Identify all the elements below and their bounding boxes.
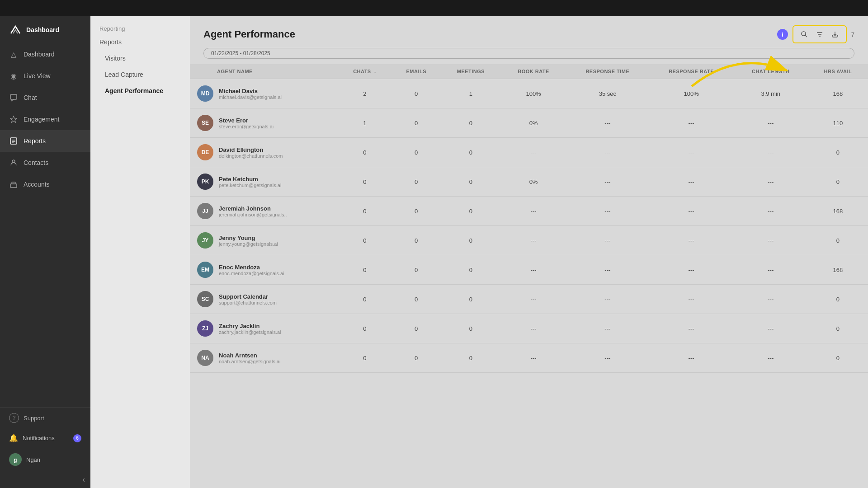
contacts-icon	[9, 158, 18, 167]
hrs-avail-cell: 110	[808, 108, 868, 138]
response-rate-cell: ---	[649, 255, 733, 285]
response-rate-cell: ---	[649, 138, 733, 167]
col-agent: AGENT NAME	[190, 64, 338, 79]
emails-cell: 0	[392, 285, 441, 314]
sidebar-label-chat: Chat	[24, 94, 37, 101]
col-response-rate: RESPONSE RATE	[649, 64, 733, 79]
sidebar-item-contacts[interactable]: Contacts	[0, 152, 90, 174]
emails-cell: 0	[392, 255, 441, 285]
info-icon[interactable]: i	[777, 29, 788, 40]
table-row: PK Pete Ketchum pete.ketchum@getsignals.…	[190, 167, 868, 197]
hrs-avail-cell: 0	[808, 167, 868, 197]
svg-rect-7	[12, 182, 15, 184]
sidebar-item-support[interactable]: ? Support	[0, 408, 90, 428]
sidebar-item-user[interactable]: g Ngan	[0, 448, 90, 471]
agent-email: michael.davis@getsignals.ai	[219, 94, 282, 100]
sidebar-item-reports[interactable]: Reports	[0, 130, 90, 152]
hrs-avail-cell: 0	[808, 226, 868, 255]
agent-email: jeremiah.johnson@getsignals..	[219, 212, 287, 217]
sidebar-label-notifications: Notifications	[23, 435, 55, 441]
collapse-button[interactable]: ‹	[0, 471, 90, 488]
svg-text:g: g	[14, 457, 17, 463]
agent-name: Steve Eror	[219, 117, 274, 124]
chat-icon	[9, 93, 18, 102]
date-filter[interactable]: 01/22/2025 - 01/28/2025	[203, 48, 854, 59]
sidebar-second-item-reports[interactable]: Reports	[90, 34, 190, 50]
emails-cell: 0	[392, 79, 441, 108]
agent-email: noah.arntsen@getsignals.ai	[219, 359, 281, 364]
response-rate-cell: ---	[649, 226, 733, 255]
chat-length-cell: ---	[734, 285, 808, 314]
agent-avatar: EM	[197, 262, 213, 278]
agent-info: Zachry Jacklin zachry.jacklin@getsignals…	[219, 323, 281, 335]
agent-cell: SC Support Calendar support@chatfunnels.…	[190, 285, 338, 314]
sidebar-item-engagement[interactable]: Engagement	[0, 108, 90, 130]
meetings-cell: 0	[441, 343, 501, 373]
sidebar-item-accounts[interactable]: Accounts	[0, 174, 90, 195]
sidebar-item-notifications[interactable]: 🔔 Notifications 6	[0, 428, 90, 448]
main-content: Agent Performance i 7	[190, 16, 868, 488]
table-row: NA Noah Arntsen noah.arntsen@getsignals.…	[190, 343, 868, 373]
sidebar-second-item-agent-performance[interactable]: Agent Performance	[90, 83, 190, 99]
response-rate-cell: ---	[649, 343, 733, 373]
agent-info: Jenny Young jenny.young@getsignals.ai	[219, 235, 278, 247]
chats-cell: 0	[338, 167, 392, 197]
notifications-icon: 🔔	[9, 434, 18, 442]
sidebar-item-dashboard[interactable]: △ Dashboard	[0, 43, 90, 65]
chat-length-cell: ---	[734, 255, 808, 285]
sidebar-logo-text: Dashboard	[26, 26, 59, 33]
book-rate-cell: ---	[501, 138, 566, 167]
agent-name: Enoc Mendoza	[219, 264, 284, 271]
svg-point-5	[12, 160, 15, 163]
agent-avatar: ZJ	[197, 320, 213, 337]
liveview-icon: ◉	[9, 71, 18, 80]
table-row: SC Support Calendar support@chatfunnels.…	[190, 285, 868, 314]
book-rate-cell: 100%	[501, 79, 566, 108]
chat-length-cell: ---	[734, 197, 808, 226]
agent-cell: EM Enoc Mendoza enoc.mendoza@getsignals.…	[190, 255, 338, 285]
sidebar-item-chat[interactable]: Chat	[0, 87, 90, 108]
svg-line-11	[805, 35, 807, 37]
pagination-count: 7	[851, 31, 854, 38]
book-rate-cell: ---	[501, 285, 566, 314]
response-time-cell: ---	[566, 108, 649, 138]
agent-avatar: SE	[197, 115, 213, 131]
sidebar-logo[interactable]: Dashboard	[0, 16, 90, 43]
table-header-row: AGENT NAME CHATS ↓ EMAILS MEETINGS BOOK …	[190, 64, 868, 79]
dashboard-icon: △	[9, 50, 18, 59]
sidebar-second-item-lead-capture[interactable]: Lead Capture	[90, 66, 190, 83]
col-meetings: MEETINGS	[441, 64, 501, 79]
sidebar-second-label-reports: Reports	[99, 38, 122, 46]
agent-email: zachry.jacklin@getsignals.ai	[219, 329, 281, 335]
meetings-cell: 0	[441, 197, 501, 226]
book-rate-cell: ---	[501, 226, 566, 255]
meetings-cell: 0	[441, 167, 501, 197]
table-row: DE David Elkington delkington@chatfunnel…	[190, 138, 868, 167]
agent-avatar: PK	[197, 174, 213, 190]
search-icon	[801, 31, 808, 38]
hrs-avail-cell: 168	[808, 197, 868, 226]
book-rate-cell: ---	[501, 255, 566, 285]
agent-performance-table: AGENT NAME CHATS ↓ EMAILS MEETINGS BOOK …	[190, 64, 868, 373]
chat-length-cell: ---	[734, 226, 808, 255]
response-rate-cell: ---	[649, 197, 733, 226]
chats-cell: 0	[338, 255, 392, 285]
col-chats[interactable]: CHATS ↓	[338, 64, 392, 79]
table-row: EM Enoc Mendoza enoc.mendoza@getsignals.…	[190, 255, 868, 285]
download-button[interactable]	[829, 28, 841, 41]
filter-button[interactable]	[813, 28, 826, 41]
response-rate-cell: ---	[649, 167, 733, 197]
sidebar-item-liveview[interactable]: ◉ Live View	[0, 65, 90, 87]
sidebar-second-title: Reporting	[90, 21, 190, 34]
sidebar-second-item-visitors[interactable]: Visitors	[90, 50, 190, 66]
agent-email: pete.ketchum@getsignals.ai	[219, 183, 281, 188]
chat-length-cell: 3.9 min	[734, 79, 808, 108]
svg-point-10	[802, 32, 806, 36]
agent-avatar: JJ	[197, 203, 213, 219]
chats-cell: 0	[338, 197, 392, 226]
col-response-time: RESPONSE TIME	[566, 64, 649, 79]
download-icon	[831, 31, 839, 38]
sidebar-label-contacts: Contacts	[24, 159, 48, 166]
search-button[interactable]	[798, 28, 811, 41]
chat-length-cell: ---	[734, 138, 808, 167]
